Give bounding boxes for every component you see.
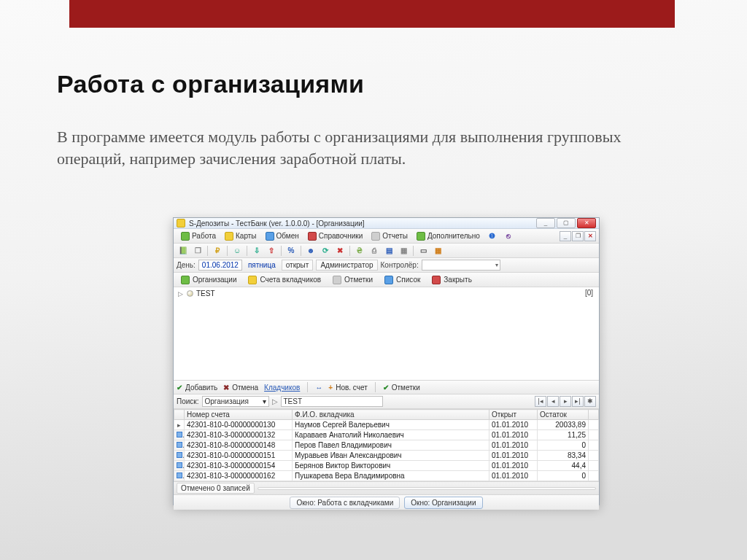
cell-fio: Перов Павел Владимирович — [293, 440, 489, 451]
table-row[interactable]: 42301-810-0-00000000130Наумов Сергей Вал… — [174, 420, 599, 430]
table-row[interactable]: 42301-810-0-00000000151Муравьев Иван Але… — [174, 451, 599, 461]
card-icon[interactable]: ▤ — [382, 245, 395, 257]
col-header[interactable] — [174, 410, 185, 420]
pay-icon[interactable]: ₴ — [353, 245, 366, 257]
cancel-button[interactable]: ✖Отмена — [223, 384, 258, 392]
calc-icon[interactable]: ▭ — [417, 245, 430, 257]
out-icon[interactable]: ⇧ — [265, 245, 278, 257]
maximize-button[interactable]: ▢ — [557, 218, 576, 228]
person-icon[interactable]: ☺ — [231, 245, 244, 257]
tab-icon — [432, 276, 441, 284]
add-button[interactable]: ✔Добавить — [177, 384, 217, 392]
table-row[interactable]: 42301-810-3-00000000154Берянов Виктор Ви… — [174, 461, 599, 471]
table-row[interactable]: 42301-810-3-00000000162Пушкарева Вера Вл… — [174, 471, 599, 481]
col-header[interactable]: Остаток — [538, 410, 589, 420]
split-icon: ↔ — [315, 384, 322, 392]
window-tab-depositors[interactable]: Окно: Работа с вкладчиками — [290, 497, 400, 509]
cell-fio: Караваев Анатолий Николаевич — [293, 430, 489, 440]
tab-закрыть[interactable]: Закрыть — [427, 274, 476, 286]
nav-next-button[interactable]: ▸ — [560, 396, 571, 407]
cell-fio: Пушкарева Вера Владимировна — [293, 471, 489, 481]
controller-label: Контролёр: — [381, 261, 419, 269]
tree-root-count: [0] — [585, 289, 593, 297]
cell-account: 42301-810-3-00000000154 — [185, 461, 293, 471]
calendar-icon[interactable]: ▦ — [431, 245, 444, 257]
minimize-button[interactable]: _ — [536, 218, 555, 228]
in-icon[interactable]: ⇩ — [250, 245, 263, 257]
search-label: Поиск: — [177, 397, 199, 405]
window-tab-organizations[interactable]: Окно: Организации — [404, 497, 482, 509]
search-bar: Поиск: Организация▾ ▷ TEST |◂ ◂ ▸ ▸| ✱ — [174, 394, 599, 409]
menu-icon — [417, 232, 425, 241]
tree-root-row[interactable]: ▷ TEST — [177, 289, 596, 298]
date-field[interactable]: 01.06.2012 — [198, 260, 242, 271]
window-title: S-Депозиты - ТестБанк (ver. 1.0.0.0) - [… — [189, 219, 533, 228]
col-header[interactable]: Ф.И.О. вкладчика — [293, 410, 489, 420]
mdi-restore-button[interactable]: ❐ — [572, 231, 584, 241]
tree-root-label: TEST — [196, 289, 215, 298]
trash-icon[interactable]: ✖ — [333, 245, 347, 257]
percent-icon[interactable]: % — [285, 245, 298, 257]
menu-справочники[interactable]: Справочники — [303, 230, 368, 242]
col-header[interactable]: Номер счета — [185, 410, 293, 420]
window-titlebar[interactable]: S-Депозиты - ТестБанк (ver. 1.0.0.0) - [… — [174, 218, 599, 229]
depositors-link[interactable]: Кладчиков — [264, 384, 300, 392]
tab-icon — [181, 276, 190, 284]
deposit-icon[interactable]: ⎙ — [368, 245, 381, 257]
menu-icon — [181, 232, 190, 241]
info-icon[interactable]: ❶ — [484, 230, 500, 243]
tab-icon — [384, 276, 393, 284]
user-icon[interactable]: ☻ — [304, 245, 317, 257]
row-marker[interactable] — [174, 451, 185, 461]
organizations-tree[interactable]: ▷ TEST [0] — [174, 287, 599, 381]
row-marker[interactable] — [174, 420, 185, 430]
money-icon[interactable]: ₽ — [211, 245, 224, 257]
tab-отметки[interactable]: Отметки — [328, 274, 377, 286]
col-header[interactable]: Открыт — [489, 410, 538, 420]
weekday-label: пятница — [245, 261, 279, 269]
expand-icon[interactable]: ▷ — [177, 290, 184, 298]
nav-bookmark-button[interactable]: ✱ — [584, 396, 596, 407]
accounts-grid[interactable]: Номер счетаФ.И.О. вкладчикаОткрытОстаток… — [174, 409, 599, 482]
cell-balance: 0 — [538, 440, 589, 451]
controller-dropdown[interactable]: ▾ — [422, 260, 500, 271]
doc-icon[interactable]: ❐ — [191, 245, 204, 257]
tab-список[interactable]: Список — [380, 274, 425, 286]
row-marker[interactable] — [174, 471, 185, 481]
mdi-minimize-button[interactable]: _ — [560, 231, 571, 241]
window-switcher: Окно: Работа с вкладчиками Окно: Организ… — [174, 495, 599, 510]
book-icon[interactable]: 📗 — [177, 245, 190, 257]
table-row[interactable]: 42301-810-3-00000000132Караваев Анатолий… — [174, 430, 599, 440]
refresh-icon[interactable]: ⟳ — [319, 245, 332, 257]
marks-button[interactable]: ✔Отметки — [383, 384, 420, 392]
nav-last-button[interactable]: ▸| — [572, 396, 584, 407]
row-marker[interactable] — [174, 430, 185, 440]
mdi-close-button[interactable]: ✕ — [584, 231, 596, 241]
menu-работа[interactable]: Работа — [177, 230, 220, 242]
new-account-button[interactable]: +Нов. счет — [328, 384, 367, 392]
search-input[interactable]: TEST — [281, 396, 383, 407]
cell-fio: Наумов Сергей Валерьевич — [293, 420, 489, 430]
menu-отчеты[interactable]: Отчеты — [367, 230, 412, 242]
tab-счета вкладчиков[interactable]: Счета вкладчиков — [244, 274, 325, 286]
menu-карты[interactable]: Карты — [220, 230, 261, 242]
cell-open: 01.01.2010 — [489, 440, 538, 451]
row-marker[interactable] — [174, 440, 185, 451]
menu-обмен[interactable]: Обмен — [261, 230, 303, 242]
grid-icon[interactable]: ▦ — [397, 245, 410, 257]
search-mode-select[interactable]: Организация▾ — [202, 396, 269, 407]
menu-дополнительно[interactable]: Дополнительно — [412, 230, 484, 242]
logout-icon[interactable]: ⎋ — [500, 230, 516, 243]
tab-icon — [248, 276, 257, 284]
subtab-bar: ОрганизацииСчета вкладчиковОтметкиСписок… — [174, 273, 599, 287]
tab-организации[interactable]: Организации — [177, 274, 241, 286]
cell-balance: 44,4 — [538, 461, 589, 471]
nav-prev-button[interactable]: ◂ — [547, 396, 559, 407]
cell-open: 01.01.2010 — [489, 471, 538, 481]
table-row[interactable]: 42301-810-8-00000000148Перов Павел Влади… — [174, 440, 599, 451]
nav-first-button[interactable]: |◂ — [535, 396, 546, 407]
cell-open: 01.01.2010 — [489, 420, 538, 430]
close-button[interactable]: ✕ — [577, 218, 596, 228]
row-marker[interactable] — [174, 461, 185, 471]
status-selected-count: Отмечено 0 записей — [177, 483, 255, 494]
